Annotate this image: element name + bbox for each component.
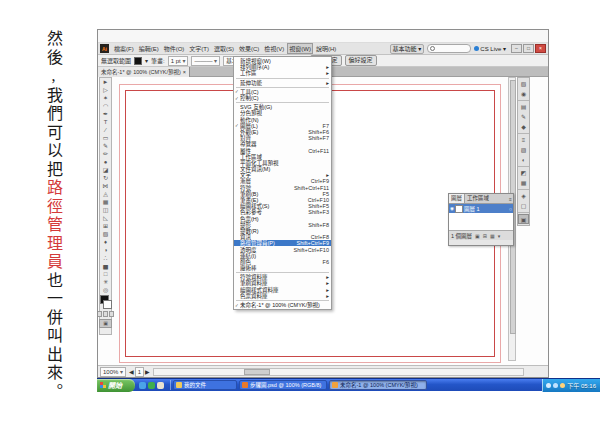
- layers-panel-icon[interactable]: ◈: [518, 191, 529, 201]
- symbols-panel-icon[interactable]: ◆: [518, 122, 529, 132]
- fill-color-swatch[interactable]: [134, 57, 142, 65]
- network-tray-icon[interactable]: [553, 383, 558, 388]
- type-tool[interactable]: T: [100, 118, 111, 126]
- artboard-number-field[interactable]: 1: [135, 367, 144, 377]
- task-button-0[interactable]: 我的文件: [173, 380, 237, 390]
- appearance-panel-icon[interactable]: ◩: [518, 168, 529, 178]
- shape-builder-tool[interactable]: ◫: [100, 206, 111, 214]
- delete-layer-button[interactable]: ▾: [498, 233, 501, 239]
- pen-tool[interactable]: ✒: [100, 110, 111, 118]
- menubar-item-1[interactable]: 編輯(E): [137, 43, 161, 54]
- gradient-tool[interactable]: ▧: [100, 230, 111, 238]
- color-guide-panel-icon[interactable]: ◉: [518, 89, 529, 99]
- selection-tool[interactable]: ►: [100, 78, 111, 86]
- next-artboard-icon[interactable]: ▶: [145, 368, 150, 375]
- make-clipping-mask-button[interactable]: ▣: [475, 233, 480, 239]
- menu-item[interactable]: 工作區▸: [234, 70, 331, 76]
- menubar-item-6[interactable]: 檢視(V): [262, 43, 286, 54]
- tab-close-icon[interactable]: ×: [183, 69, 186, 75]
- start-button[interactable]: 開始: [97, 379, 135, 392]
- fill-stroke-swatches[interactable]: [100, 295, 111, 309]
- stroke-panel-icon[interactable]: ≡: [518, 135, 529, 145]
- minimize-button[interactable]: –: [511, 44, 522, 53]
- new-layer-button[interactable]: ▦: [490, 233, 495, 239]
- column-graph-tool[interactable]: ▅: [100, 262, 111, 270]
- magic-wand-tool[interactable]: ✶: [100, 94, 111, 102]
- stroke-profile-dropdown[interactable]: ——— ▾: [191, 56, 220, 66]
- drawing-mode-button-0[interactable]: [98, 311, 102, 317]
- horizontal-scrollbar[interactable]: [153, 368, 524, 376]
- gradient-panel-icon[interactable]: ▨: [518, 145, 529, 155]
- menubar-item-8[interactable]: 說明(H): [314, 43, 338, 54]
- line-segment-tool[interactable]: ∕: [100, 126, 111, 134]
- layer-row[interactable]: ◉ 圖層 1 ○: [449, 204, 513, 213]
- screen-mode-button[interactable]: ▣: [99, 319, 112, 328]
- symbol-sprayer-tool[interactable]: ∴: [100, 254, 111, 262]
- layer-name[interactable]: 圖層 1: [464, 205, 480, 213]
- menu-item[interactable]: 延伸功能▸: [234, 80, 331, 86]
- panel-tab-1[interactable]: 工作區域: [465, 194, 491, 203]
- pathfinder-panel-icon[interactable]: ▣: [518, 214, 529, 224]
- media-quicklaunch-icon[interactable]: [157, 382, 164, 389]
- menubar-item-7[interactable]: 視窗(W): [287, 43, 313, 54]
- task-button-2[interactable]: 未命名-1 @ 100% (CMYK/預視): [329, 380, 427, 390]
- volume-tray-icon[interactable]: [546, 383, 551, 388]
- stroke-swatch[interactable]: [103, 300, 112, 309]
- drawing-mode-button-1[interactable]: [103, 311, 108, 317]
- zoom-tool[interactable]: ◎: [100, 286, 111, 294]
- menubar-item-3[interactable]: 文字(T): [187, 43, 211, 54]
- search-input[interactable]: [427, 44, 471, 53]
- brushes-panel-icon[interactable]: ✎: [518, 112, 529, 122]
- prev-artboard-icon[interactable]: ◀: [129, 368, 134, 375]
- close-button[interactable]: ×: [535, 44, 546, 53]
- hand-tool[interactable]: ✳: [100, 278, 111, 286]
- zoom-dropdown[interactable]: 100% ▾: [100, 367, 126, 377]
- menubar-item-0[interactable]: 檔案(F): [112, 43, 136, 54]
- graphic-styles-panel-icon[interactable]: ▦: [518, 178, 529, 188]
- workspace-switcher[interactable]: 基本功能 ▾: [390, 44, 425, 54]
- new-sublayer-button[interactable]: ⊞: [483, 233, 487, 239]
- rotate-tool[interactable]: ↻: [100, 174, 111, 182]
- menubar-item-5[interactable]: 效果(C): [237, 43, 261, 54]
- document-tab[interactable]: 未命名-1* @ 100% (CMYK/預視) ×: [98, 67, 190, 77]
- title-bar[interactable]: [98, 30, 548, 43]
- lasso-tool[interactable]: ◠: [100, 102, 111, 110]
- desktop-quicklaunch-icon[interactable]: [148, 382, 155, 389]
- swatches-panel-icon[interactable]: ▤: [518, 102, 529, 112]
- paintbrush-tool[interactable]: ✎: [100, 142, 111, 150]
- mesh-tool[interactable]: ⊞: [100, 222, 111, 230]
- blend-tool[interactable]: ◑: [100, 246, 111, 254]
- fill-caret-icon[interactable]: ▾: [145, 57, 148, 64]
- ie-quicklaunch-icon[interactable]: [139, 382, 146, 389]
- target-circle-icon[interactable]: ○: [509, 206, 512, 212]
- maximize-button[interactable]: □: [523, 44, 534, 53]
- menubar-item-4[interactable]: 選取(S): [212, 43, 236, 54]
- preferences-button[interactable]: 偏好設定: [345, 55, 377, 66]
- drawing-mode-button-2[interactable]: [109, 311, 114, 317]
- menubar-item-2[interactable]: 物件(O): [162, 43, 187, 54]
- rectangle-tool[interactable]: ▭: [100, 134, 111, 142]
- horizontal-scrollbar-thumb[interactable]: [244, 369, 270, 375]
- transparency-panel-icon[interactable]: ◐: [518, 155, 529, 165]
- free-transform-tool[interactable]: ▦: [100, 198, 111, 206]
- eyedropper-tool[interactable]: ♦: [100, 238, 111, 246]
- color-panel-icon[interactable]: ▧: [518, 79, 529, 89]
- antivirus-tray-icon[interactable]: [560, 383, 565, 388]
- width-tool[interactable]: ◬: [100, 190, 111, 198]
- scale-tool[interactable]: ⋈: [100, 182, 111, 190]
- menu-item[interactable]: ✓未命名-1* @ 100% (CMYK/預視): [234, 302, 331, 308]
- artboard-tool[interactable]: □: [100, 270, 111, 278]
- direct-selection-tool[interactable]: ▷: [100, 86, 111, 94]
- menu-item[interactable]: 魔術棒: [234, 265, 331, 271]
- artboards-panel-icon[interactable]: ▢: [518, 201, 529, 211]
- task-button-1[interactable]: 步驟圖.psd @ 100% (RGB/8): [239, 380, 327, 390]
- blob-brush-tool[interactable]: ●: [100, 158, 111, 166]
- menu-item[interactable]: ✓控制(C): [234, 95, 331, 101]
- stroke-width-dropdown[interactable]: 1 pt ▾: [168, 56, 189, 66]
- pencil-tool[interactable]: ✏: [100, 150, 111, 158]
- menu-item[interactable]: 色票資料庫▸: [234, 293, 331, 299]
- panel-menu-icon[interactable]: ≡: [509, 196, 513, 202]
- cs-live-button[interactable]: CS Live ▾: [474, 45, 506, 52]
- visibility-eye-icon[interactable]: ◉: [450, 206, 454, 211]
- panel-tab-0[interactable]: 圖層: [449, 194, 465, 203]
